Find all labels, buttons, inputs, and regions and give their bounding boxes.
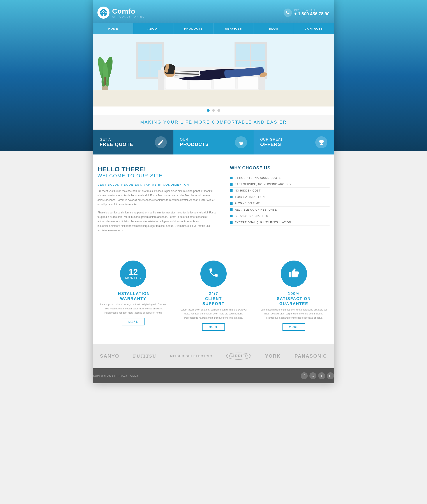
hero-slider <box>93 34 334 115</box>
social-google[interactable]: g+ <box>327 372 334 379</box>
footer-copy: COMFO © 2013 | PRIVACY POLICY <box>93 374 139 377</box>
feature-quote[interactable]: GET A FREE QUOTE <box>93 130 173 155</box>
feature-products[interactable]: OUR PRODUCTS <box>173 130 254 155</box>
logo[interactable]: Comfo AIR CONDITIONING <box>98 7 145 19</box>
why-item-7: EXCEPTIONAL QUALITY INSTALLATION <box>230 219 329 226</box>
feature-products-line1: OUR <box>180 138 209 141</box>
svg-rect-20 <box>105 77 106 85</box>
welcome-sub: WELCOME TO OUR SITE <box>98 173 217 178</box>
stat-circle-support <box>200 261 227 287</box>
why-title: WHY CHOOSE US <box>230 165 329 171</box>
feature-offers-icon <box>315 136 327 148</box>
svg-rect-28 <box>238 77 258 89</box>
hello-title: HELLO THERE! <box>98 165 217 173</box>
brand-fujitsu: FUJITSU <box>133 353 156 359</box>
slider-dot-1[interactable] <box>207 109 210 112</box>
banner: MAKING YOUR LIFE MORE COMFORTABLE AND EA… <box>93 115 334 130</box>
nav-blog[interactable]: BLOG <box>254 23 294 34</box>
stat-warranty: 12 MONTHS INSTALLATION WARRANTY Lorem ip… <box>93 261 173 326</box>
social-twitter[interactable]: t <box>318 372 325 379</box>
brand-panasonic: Panasonic <box>295 353 327 359</box>
stat-guarantee: 100% SATISFACTION GUARANTEE Lorem ipsum … <box>254 261 334 331</box>
stat-text-guarantee: Lorem ipsum dolor sit amet, con turetu a… <box>258 308 329 320</box>
stat-text-support: Lorem ipsum dolor sit amet, con turetu a… <box>178 308 249 320</box>
phone-label: GIVE US A CALL <box>294 9 329 11</box>
stat-text-warranty: Lorem ipsum dolor sit amet, con turetu a… <box>98 302 169 315</box>
why-item-3: 100% SATISFACTION <box>230 194 329 200</box>
feature-quote-icon <box>155 136 167 148</box>
nav-about[interactable]: ABOUT <box>133 23 173 34</box>
feature-products-line2: PRODUCTS <box>180 141 209 147</box>
nav-products[interactable]: PRODUCTS <box>173 23 214 34</box>
feature-offers-line1: OUR GREAT <box>260 138 283 141</box>
logo-tagline: AIR CONDITIONING <box>112 15 145 18</box>
phone-number: + 1 800 456 78 90 <box>294 11 329 16</box>
stat-title-warranty: INSTALLATION WARRANTY <box>98 291 169 302</box>
main-nav: HOME ABOUT PRODUCTS SERVICES BLOG CONTAC… <box>93 23 334 34</box>
banner-text: MAKING YOUR LIFE MORE COMFORTABLE AND EA… <box>98 120 329 125</box>
feature-offers[interactable]: OUR GREAT OFFERS <box>254 130 334 155</box>
stat-more-warranty[interactable]: MORE <box>122 318 145 326</box>
svg-rect-23 <box>158 70 164 90</box>
stat-num-warranty: 12 <box>129 268 138 276</box>
section-subtitle: VESTIBULUM NEQUE EST, VARIUS IN CONDIMEN… <box>98 183 217 186</box>
nav-services[interactable]: SERVICES <box>214 23 254 34</box>
feature-offers-line2: OFFERS <box>260 141 283 147</box>
nav-contacts[interactable]: CONTACTS <box>294 23 334 34</box>
slider-dots <box>93 107 334 115</box>
brand-mitsubishi: MITSUBISHI ELECTRIC <box>170 354 212 358</box>
feature-products-icon <box>235 136 247 148</box>
why-item-4: ALWAYS ON TIME <box>230 200 329 207</box>
body-text-1: Praesent vestibulum molestie nonumt erat… <box>98 189 217 207</box>
logo-icon <box>98 7 109 19</box>
stat-circle-warranty: 12 MONTHS <box>120 261 146 287</box>
brand-york: YORK <box>265 353 281 359</box>
feature-quote-line1: GET A <box>100 138 133 141</box>
brand-sanyo: SANYO <box>100 353 119 359</box>
body-text-2: Phasellus por fusce simium soina penati … <box>98 210 217 233</box>
why-item-1: FAST SERVICE, NO MUCKING AROUND <box>230 181 329 187</box>
svg-rect-8 <box>93 90 334 107</box>
why-list: 24 HOUR TURNAROUND QUOTE FAST SERVICE, N… <box>230 175 329 226</box>
nav-home[interactable]: HOME <box>93 23 133 34</box>
phone-icon <box>283 8 292 17</box>
feature-boxes: GET A FREE QUOTE OUR PRODUCTS <box>93 130 334 155</box>
why-item-5: RELIABLE QUICK RESPONSE <box>230 207 329 213</box>
thumbs-icon-lg <box>288 268 299 280</box>
slider-dot-3[interactable] <box>217 109 220 112</box>
stat-title-guarantee: 100% SATISFACTION GUARANTEE <box>258 291 329 307</box>
stat-unit-warranty: MONTHS <box>125 276 141 280</box>
feature-quote-line2: FREE QUOTE <box>100 141 133 147</box>
phone-area: GIVE US A CALL + 1 800 456 78 90 <box>283 8 329 17</box>
stat-more-support[interactable]: MORE <box>202 323 225 331</box>
social-icons: f t g+ <box>301 372 334 379</box>
stat-support: 24/7 CLIENT SUPPORT Lorem ipsum dolor si… <box>173 261 254 331</box>
phone-icon-lg <box>208 267 219 280</box>
stat-title-support: 24/7 CLIENT SUPPORT <box>178 291 249 307</box>
slider-dot-2[interactable] <box>212 109 215 112</box>
why-item-2: NO HIDDEN COST <box>230 187 329 194</box>
stats-section: 12 MONTHS INSTALLATION WARRANTY Lorem ip… <box>93 247 334 344</box>
why-item-0: 24 HOUR TURNAROUND QUOTE <box>230 175 329 181</box>
footer: COMFO © 2013 | PRIVACY POLICY f t g+ <box>93 368 334 383</box>
stat-circle-guarantee <box>281 261 307 287</box>
why-item-6: SERVICE SPECIALISTS <box>230 213 329 219</box>
social-facebook[interactable]: f <box>301 372 308 379</box>
social-rss[interactable] <box>309 372 316 379</box>
logo-name: Comfo <box>112 7 145 15</box>
stat-more-guarantee[interactable]: MORE <box>282 323 305 331</box>
brands-section: SANYO FUJITSU MITSUBISHI ELECTRIC Carrie… <box>93 344 334 368</box>
svg-point-6 <box>103 12 104 13</box>
brand-carrier: Carrier <box>226 353 251 360</box>
